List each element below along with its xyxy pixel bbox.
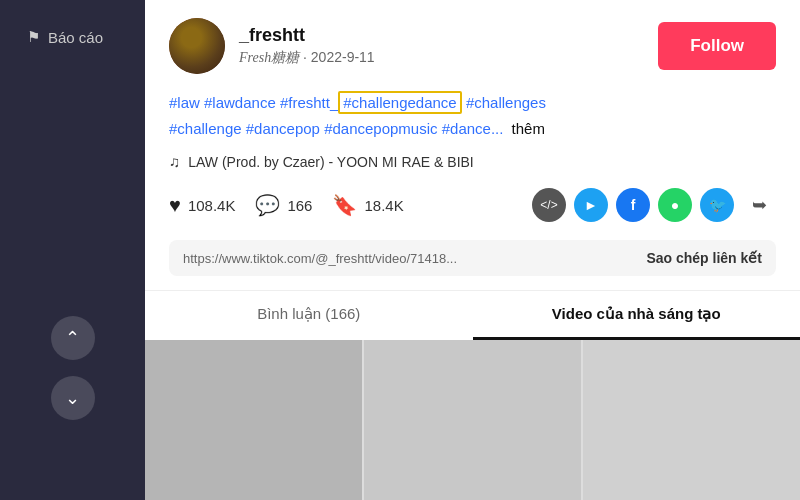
copy-link-button[interactable]: Sao chép liên kết: [646, 250, 762, 266]
facebook-icon: f: [631, 197, 636, 213]
music-text: LAW (Prod. by Czaer) - YOON MI RAE & BIB…: [188, 154, 474, 170]
thumbnails-row: [145, 340, 800, 500]
hashtags-area: #law #lawdance #freshtt_#challengedance …: [145, 86, 800, 147]
avatar: [169, 18, 225, 74]
comment-icon[interactable]: 💬: [255, 193, 280, 217]
nav-down-button[interactable]: ⌄: [51, 376, 95, 420]
actions-row: ♥ 108.4K 💬 166 🔖 18.4K </> ► f ● �: [145, 176, 800, 234]
link-url: https://www.tiktok.com/@_freshtt/video/7…: [183, 251, 636, 266]
comments-count: 166: [287, 197, 312, 214]
more-label[interactable]: thêm: [512, 120, 545, 137]
twitter-icon: 🐦: [709, 197, 726, 213]
main-panel: _freshtt Fresh糖糖 · 2022-9-11 Follow #law…: [145, 0, 800, 500]
music-icon: ♫: [169, 153, 180, 170]
hashtag-highlighted: #challengedance: [338, 91, 461, 114]
chevron-down-icon: ⌄: [65, 387, 80, 409]
thumbnail-3[interactable]: [583, 340, 800, 500]
report-button[interactable]: ⚑ Báo cáo: [15, 20, 115, 54]
code-icon: </>: [540, 198, 557, 212]
embed-button[interactable]: </>: [532, 188, 566, 222]
thumbnail-2[interactable]: [364, 340, 581, 500]
follow-button[interactable]: Follow: [658, 22, 776, 70]
tab-comments[interactable]: Bình luận (166): [145, 291, 473, 340]
hashtag-text-3: #challenge #dancepop #dancepopmusic #dan…: [169, 120, 503, 137]
report-label: Báo cáo: [48, 29, 103, 46]
likes-item: ♥ 108.4K: [169, 194, 235, 217]
share-icon: ➥: [752, 194, 767, 216]
hashtag-text-1: #law #lawdance #freshtt_: [169, 94, 338, 111]
nav-up-button[interactable]: ⌃: [51, 316, 95, 360]
tab-creator-videos[interactable]: Video của nhà sáng tạo: [473, 291, 801, 340]
bookmarks-count: 18.4K: [364, 197, 403, 214]
twitter-button[interactable]: 🐦: [700, 188, 734, 222]
music-line: ♫ LAW (Prod. by Czaer) - YOON MI RAE & B…: [145, 147, 800, 176]
hashtag-text-2: #challenges: [462, 94, 546, 111]
display-name-italic: Fresh糖糖: [239, 50, 299, 65]
share-more-button[interactable]: ➥: [742, 188, 776, 222]
profile-area: _freshtt Fresh糖糖 · 2022-9-11 Follow: [145, 0, 800, 86]
flag-icon: ⚑: [27, 28, 40, 46]
nav-arrows: ⌃ ⌄: [51, 316, 95, 420]
sidebar: ⚑ Báo cáo ⌃ ⌄: [0, 0, 145, 500]
post-date: · 2022-9-11: [303, 49, 375, 65]
profile-left: _freshtt Fresh糖糖 · 2022-9-11: [169, 18, 375, 74]
likes-count: 108.4K: [188, 197, 236, 214]
username: _freshtt: [239, 25, 375, 46]
tab-creator-videos-label: Video của nhà sáng tạo: [552, 305, 721, 322]
tab-comments-label: Bình luận (166): [257, 305, 360, 322]
profile-info: _freshtt Fresh糖糖 · 2022-9-11: [239, 25, 375, 67]
hashtags-line1: #law #lawdance #freshtt_#challengedance …: [169, 90, 776, 116]
send-button[interactable]: ►: [574, 188, 608, 222]
thumbnail-1[interactable]: [145, 340, 362, 500]
comments-item: 💬 166: [255, 193, 312, 217]
link-area: https://www.tiktok.com/@_freshtt/video/7…: [169, 240, 776, 276]
hashtags-line2: #challenge #dancepop #dancepopmusic #dan…: [169, 116, 776, 142]
bookmarks-item: 🔖 18.4K: [332, 193, 403, 217]
whatsapp-icon: ●: [671, 197, 679, 213]
tabs-row: Bình luận (166) Video của nhà sáng tạo: [145, 290, 800, 340]
bookmark-icon[interactable]: 🔖: [332, 193, 357, 217]
display-name: Fresh糖糖 · 2022-9-11: [239, 49, 375, 67]
whatsapp-button[interactable]: ●: [658, 188, 692, 222]
facebook-button[interactable]: f: [616, 188, 650, 222]
heart-icon[interactable]: ♥: [169, 194, 181, 217]
send-icon: ►: [584, 197, 598, 213]
share-icons: </> ► f ● 🐦 ➥: [532, 188, 776, 222]
chevron-up-icon: ⌃: [65, 327, 80, 349]
